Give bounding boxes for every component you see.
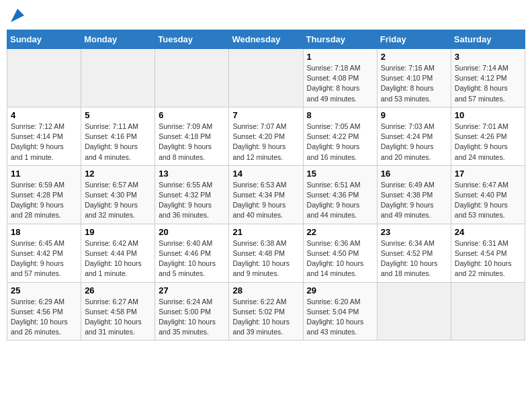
day-info: Sunrise: 6:38 AM Sunset: 4:48 PM Dayligh… — [232, 238, 299, 279]
day-info: Sunrise: 6:36 AM Sunset: 4:50 PM Dayligh… — [307, 238, 373, 279]
day-info: Sunrise: 7:11 AM Sunset: 4:16 PM Dayligh… — [85, 122, 151, 163]
day-number: 12 — [85, 169, 151, 179]
calendar-cell: 26Sunrise: 6:27 AM Sunset: 4:58 PM Dayli… — [81, 282, 155, 340]
calendar-week-row: 18Sunrise: 6:45 AM Sunset: 4:42 PM Dayli… — [7, 224, 525, 282]
day-number: 27 — [159, 285, 225, 295]
calendar-cell: 15Sunrise: 6:51 AM Sunset: 4:36 PM Dayli… — [303, 165, 377, 224]
calendar-cell: 4Sunrise: 7:12 AM Sunset: 4:14 PM Daylig… — [7, 107, 81, 165]
day-number: 16 — [381, 169, 447, 179]
day-number: 26 — [85, 285, 151, 295]
day-info: Sunrise: 7:09 AM Sunset: 4:18 PM Dayligh… — [159, 122, 225, 163]
day-info: Sunrise: 6:55 AM Sunset: 4:32 PM Dayligh… — [159, 180, 225, 221]
day-number: 5 — [85, 110, 151, 120]
day-info: Sunrise: 6:47 AM Sunset: 4:40 PM Dayligh… — [455, 180, 521, 221]
calendar-cell: 23Sunrise: 6:34 AM Sunset: 4:52 PM Dayli… — [377, 224, 451, 282]
weekday-header: Friday — [377, 30, 451, 49]
day-info: Sunrise: 7:05 AM Sunset: 4:22 PM Dayligh… — [307, 122, 373, 163]
day-info: Sunrise: 6:49 AM Sunset: 4:38 PM Dayligh… — [381, 180, 447, 221]
day-number: 11 — [11, 169, 77, 179]
calendar-cell: 22Sunrise: 6:36 AM Sunset: 4:50 PM Dayli… — [303, 224, 377, 282]
day-number: 18 — [11, 227, 77, 237]
calendar-cell: 7Sunrise: 7:07 AM Sunset: 4:20 PM Daylig… — [229, 107, 303, 165]
calendar-cell: 20Sunrise: 6:40 AM Sunset: 4:46 PM Dayli… — [155, 224, 229, 282]
calendar-week-row: 1Sunrise: 7:18 AM Sunset: 4:08 PM Daylig… — [7, 49, 525, 107]
day-info: Sunrise: 7:18 AM Sunset: 4:08 PM Dayligh… — [307, 63, 373, 104]
calendar-cell: 11Sunrise: 6:59 AM Sunset: 4:28 PM Dayli… — [7, 165, 81, 224]
day-info: Sunrise: 6:40 AM Sunset: 4:46 PM Dayligh… — [159, 238, 225, 279]
calendar-table: SundayMondayTuesdayWednesdayThursdayFrid… — [7, 30, 525, 340]
day-number: 14 — [232, 169, 299, 179]
day-info: Sunrise: 6:20 AM Sunset: 5:04 PM Dayligh… — [307, 297, 373, 338]
day-info: Sunrise: 7:01 AM Sunset: 4:26 PM Dayligh… — [455, 122, 521, 163]
calendar-cell: 28Sunrise: 6:22 AM Sunset: 5:02 PM Dayli… — [229, 282, 303, 340]
calendar-cell — [229, 49, 303, 107]
calendar-cell: 21Sunrise: 6:38 AM Sunset: 4:48 PM Dayli… — [229, 224, 303, 282]
day-number: 25 — [11, 285, 77, 295]
calendar-cell: 14Sunrise: 6:53 AM Sunset: 4:34 PM Dayli… — [229, 165, 303, 224]
day-number: 2 — [381, 52, 447, 62]
calendar-cell: 2Sunrise: 7:16 AM Sunset: 4:10 PM Daylig… — [377, 49, 451, 107]
day-info: Sunrise: 6:42 AM Sunset: 4:44 PM Dayligh… — [85, 238, 151, 279]
day-number: 29 — [307, 285, 373, 295]
day-number: 15 — [307, 169, 373, 179]
day-number: 1 — [307, 52, 373, 62]
day-info: Sunrise: 6:53 AM Sunset: 4:34 PM Dayligh… — [232, 180, 299, 221]
calendar-week-row: 11Sunrise: 6:59 AM Sunset: 4:28 PM Dayli… — [7, 165, 525, 224]
logo-icon — [11, 9, 24, 22]
weekday-header: Tuesday — [155, 30, 229, 49]
calendar-cell: 25Sunrise: 6:29 AM Sunset: 4:56 PM Dayli… — [7, 282, 81, 340]
day-number: 7 — [232, 110, 299, 120]
day-number: 9 — [381, 110, 447, 120]
page-header — [7, 7, 525, 24]
calendar-cell: 24Sunrise: 6:31 AM Sunset: 4:54 PM Dayli… — [451, 224, 525, 282]
day-number: 24 — [455, 227, 521, 237]
day-info: Sunrise: 6:31 AM Sunset: 4:54 PM Dayligh… — [455, 238, 521, 279]
weekday-header: Monday — [81, 30, 155, 49]
calendar-cell: 8Sunrise: 7:05 AM Sunset: 4:22 PM Daylig… — [303, 107, 377, 165]
day-info: Sunrise: 6:29 AM Sunset: 4:56 PM Dayligh… — [11, 297, 77, 338]
day-number: 20 — [159, 227, 225, 237]
calendar-cell: 13Sunrise: 6:55 AM Sunset: 4:32 PM Dayli… — [155, 165, 229, 224]
day-number: 13 — [159, 169, 225, 179]
calendar-cell: 6Sunrise: 7:09 AM Sunset: 4:18 PM Daylig… — [155, 107, 229, 165]
weekday-header: Wednesday — [229, 30, 303, 49]
day-info: Sunrise: 7:16 AM Sunset: 4:10 PM Dayligh… — [381, 63, 447, 104]
calendar-cell: 27Sunrise: 6:24 AM Sunset: 5:00 PM Dayli… — [155, 282, 229, 340]
calendar-cell — [81, 49, 155, 107]
calendar-cell: 18Sunrise: 6:45 AM Sunset: 4:42 PM Dayli… — [7, 224, 81, 282]
calendar-cell — [377, 282, 451, 340]
calendar-cell: 3Sunrise: 7:14 AM Sunset: 4:12 PM Daylig… — [451, 49, 525, 107]
day-number: 21 — [232, 227, 299, 237]
day-number: 6 — [159, 110, 225, 120]
calendar-cell: 10Sunrise: 7:01 AM Sunset: 4:26 PM Dayli… — [451, 107, 525, 165]
day-info: Sunrise: 7:14 AM Sunset: 4:12 PM Dayligh… — [455, 63, 521, 104]
calendar-cell: 1Sunrise: 7:18 AM Sunset: 4:08 PM Daylig… — [303, 49, 377, 107]
day-info: Sunrise: 6:57 AM Sunset: 4:30 PM Dayligh… — [85, 180, 151, 221]
day-info: Sunrise: 6:27 AM Sunset: 4:58 PM Dayligh… — [85, 297, 151, 338]
weekday-header: Thursday — [303, 30, 377, 49]
logo — [9, 9, 24, 24]
day-info: Sunrise: 6:59 AM Sunset: 4:28 PM Dayligh… — [11, 180, 77, 221]
day-number: 28 — [232, 285, 299, 295]
calendar-week-row: 25Sunrise: 6:29 AM Sunset: 4:56 PM Dayli… — [7, 282, 525, 340]
calendar-cell: 12Sunrise: 6:57 AM Sunset: 4:30 PM Dayli… — [81, 165, 155, 224]
day-number: 3 — [455, 52, 521, 62]
calendar-week-row: 4Sunrise: 7:12 AM Sunset: 4:14 PM Daylig… — [7, 107, 525, 165]
day-info: Sunrise: 6:22 AM Sunset: 5:02 PM Dayligh… — [232, 297, 299, 338]
day-info: Sunrise: 6:51 AM Sunset: 4:36 PM Dayligh… — [307, 180, 373, 221]
calendar-cell — [155, 49, 229, 107]
weekday-header-row: SundayMondayTuesdayWednesdayThursdayFrid… — [7, 30, 525, 49]
day-number: 22 — [307, 227, 373, 237]
day-info: Sunrise: 6:34 AM Sunset: 4:52 PM Dayligh… — [381, 238, 447, 279]
day-info: Sunrise: 7:07 AM Sunset: 4:20 PM Dayligh… — [232, 122, 299, 163]
calendar-cell: 19Sunrise: 6:42 AM Sunset: 4:44 PM Dayli… — [81, 224, 155, 282]
day-info: Sunrise: 7:12 AM Sunset: 4:14 PM Dayligh… — [11, 122, 77, 163]
calendar-cell — [451, 282, 525, 340]
day-number: 4 — [11, 110, 77, 120]
day-number: 17 — [455, 169, 521, 179]
calendar-cell: 16Sunrise: 6:49 AM Sunset: 4:38 PM Dayli… — [377, 165, 451, 224]
calendar-cell: 17Sunrise: 6:47 AM Sunset: 4:40 PM Dayli… — [451, 165, 525, 224]
day-info: Sunrise: 6:24 AM Sunset: 5:00 PM Dayligh… — [159, 297, 225, 338]
day-info: Sunrise: 7:03 AM Sunset: 4:24 PM Dayligh… — [381, 122, 447, 163]
svg-marker-0 — [11, 9, 24, 22]
